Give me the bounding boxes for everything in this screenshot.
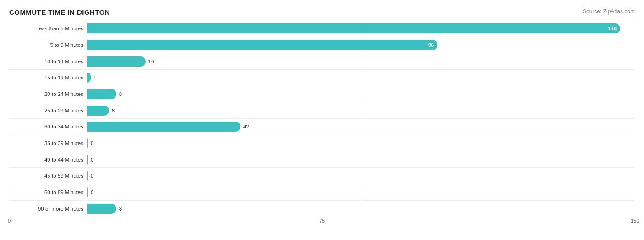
bar-track: 0 xyxy=(87,171,635,181)
bar-row: 15 to 19 Minutes1 xyxy=(9,70,635,86)
bar-track: 0 xyxy=(87,155,635,165)
bar-fill xyxy=(87,204,116,214)
bar-label: Less than 5 Minutes xyxy=(9,26,87,31)
bar-label: 20 to 24 Minutes xyxy=(9,91,87,97)
bar-label: 5 to 9 Minutes xyxy=(9,42,87,48)
bar-row: 25 to 29 Minutes6 xyxy=(9,102,635,119)
bar-track: 0 xyxy=(87,187,635,197)
bar-row: 30 to 34 Minutes42 xyxy=(9,119,635,135)
bar-row: 45 to 59 Minutes0 xyxy=(9,168,635,184)
bar-fill xyxy=(87,171,88,181)
chart-container: COMMUTE TIME IN DIGHTON Source: ZipAtlas… xyxy=(0,0,644,240)
x-axis-tick-label: 150 xyxy=(631,218,639,223)
x-axis-tick-label: 75 xyxy=(319,218,325,223)
bars-area: Less than 5 Minutes1465 to 9 Minutes9610… xyxy=(9,21,635,217)
bar-track: 0 xyxy=(87,138,635,148)
bar-fill xyxy=(87,73,91,83)
bar-fill: 146 xyxy=(87,23,620,33)
bar-value: 16 xyxy=(148,59,154,64)
bar-value: 0 xyxy=(91,173,93,179)
bar-row: 20 to 24 Minutes8 xyxy=(9,86,635,103)
bar-value: 1 xyxy=(93,75,96,80)
chart-title: COMMUTE TIME IN DIGHTON xyxy=(9,8,110,16)
bar-value: 0 xyxy=(91,140,93,146)
bar-label: 30 to 34 Minutes xyxy=(9,124,87,129)
x-axis: 075150 xyxy=(9,218,635,226)
bar-value: 6 xyxy=(112,108,115,113)
bar-value: 8 xyxy=(119,206,122,212)
bar-track: 96 xyxy=(87,40,635,50)
bar-row: 90 or more Minutes8 xyxy=(9,201,635,217)
bar-row: 35 to 39 Minutes0 xyxy=(9,135,635,152)
bar-value-inside: 96 xyxy=(428,42,438,48)
bar-fill xyxy=(87,106,109,116)
bar-fill xyxy=(87,138,88,148)
chart-header: COMMUTE TIME IN DIGHTON Source: ZipAtlas… xyxy=(9,8,635,16)
bar-value: 0 xyxy=(91,190,93,195)
bar-value-inside: 146 xyxy=(608,26,620,31)
bar-label: 90 or more Minutes xyxy=(9,206,87,212)
bar-label: 60 to 89 Minutes xyxy=(9,190,87,195)
bar-label: 15 to 19 Minutes xyxy=(9,75,87,80)
x-axis-tick-label: 0 xyxy=(8,218,11,223)
bar-label: 45 to 59 Minutes xyxy=(9,173,87,179)
bar-track: 6 xyxy=(87,106,635,116)
bar-track: 16 xyxy=(87,56,635,67)
bar-row: 40 to 44 Minutes0 xyxy=(9,151,635,168)
bar-track: 1 xyxy=(87,73,635,83)
bar-fill xyxy=(87,89,116,99)
bar-label: 25 to 29 Minutes xyxy=(9,108,87,113)
bar-track: 8 xyxy=(87,89,635,99)
bar-row: 60 to 89 Minutes0 xyxy=(9,184,635,201)
bar-label: 10 to 14 Minutes xyxy=(9,59,87,64)
bar-fill: 96 xyxy=(87,40,437,50)
bar-label: 40 to 44 Minutes xyxy=(9,157,87,162)
bar-value: 42 xyxy=(243,124,249,129)
bar-value: 0 xyxy=(91,157,93,162)
bar-track: 146 xyxy=(87,23,635,33)
bar-row: 10 to 14 Minutes16 xyxy=(9,53,635,70)
bar-fill xyxy=(87,122,240,132)
bar-row: 5 to 9 Minutes96 xyxy=(9,37,635,54)
bar-fill xyxy=(87,187,88,197)
bar-row: Less than 5 Minutes146 xyxy=(9,21,635,37)
bar-fill xyxy=(87,56,146,67)
bar-fill xyxy=(87,155,88,165)
chart-body: Less than 5 Minutes1465 to 9 Minutes9610… xyxy=(9,21,635,226)
grid-line xyxy=(635,21,635,217)
chart-source: Source: ZipAtlas.com xyxy=(583,8,635,15)
bar-label: 35 to 39 Minutes xyxy=(9,140,87,146)
bar-value: 8 xyxy=(119,91,122,97)
bar-track: 42 xyxy=(87,122,635,132)
bar-track: 8 xyxy=(87,204,635,214)
